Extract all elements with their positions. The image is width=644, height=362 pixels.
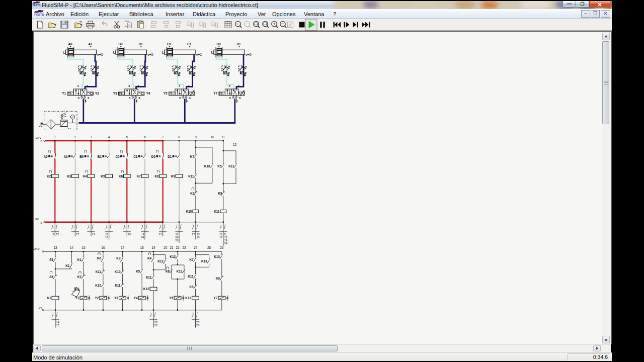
- svg-text:17: 17: [219, 236, 222, 239]
- svg-text:14: 14: [56, 321, 59, 324]
- svg-text:B1: B1: [138, 42, 143, 46]
- svg-text:K12: K12: [143, 287, 149, 291]
- svg-text:K3: K3: [116, 256, 121, 260]
- svg-text:Y2: Y2: [95, 296, 99, 300]
- svg-text:26: 26: [220, 246, 224, 249]
- svg-text:2: 2: [87, 84, 89, 87]
- svg-text:0: 0: [41, 221, 42, 224]
- svg-text:2: 2: [137, 84, 139, 87]
- svg-text:4: 4: [128, 84, 130, 87]
- svg-text:K8: K8: [154, 174, 159, 178]
- svg-text:Y5: Y5: [170, 296, 174, 300]
- svg-text:+24V: +24V: [33, 247, 40, 250]
- svg-text:9: 9: [142, 233, 144, 236]
- svg-text:K1: K1: [77, 258, 82, 261]
- svg-text:3: 3: [90, 135, 92, 139]
- svg-text:9: 9: [53, 233, 54, 236]
- svg-text:24: 24: [175, 236, 178, 239]
- svg-text:2: 2: [188, 84, 190, 87]
- svg-text:6: 6: [144, 135, 146, 139]
- svg-text:Y2: Y2: [95, 92, 99, 95]
- svg-text:K11: K11: [115, 284, 121, 287]
- svg-text:15: 15: [82, 246, 86, 249]
- svg-text:B0: B0: [118, 42, 123, 46]
- svg-text:K13: K13: [201, 259, 207, 263]
- svg-text:v: v: [97, 53, 99, 56]
- svg-text:Y4: Y4: [146, 92, 150, 95]
- svg-text:K10: K10: [115, 270, 121, 274]
- svg-text:24: 24: [224, 242, 227, 245]
- svg-text:K6: K6: [97, 256, 102, 260]
- svg-text:9: 9: [195, 135, 197, 139]
- svg-text:S2: S2: [49, 275, 53, 279]
- svg-text:13: 13: [53, 246, 57, 249]
- svg-text:K12: K12: [170, 255, 176, 258]
- svg-text:5: 5: [229, 96, 231, 100]
- svg-text:21: 21: [159, 233, 162, 236]
- svg-text:Y3: Y3: [114, 296, 118, 300]
- svg-text:15: 15: [56, 324, 59, 327]
- svg-text:7: 7: [162, 135, 164, 139]
- svg-text:4: 4: [77, 84, 79, 87]
- svg-text:24: 24: [141, 236, 144, 239]
- svg-text:3: 3: [239, 96, 241, 100]
- svg-text:K7: K7: [190, 155, 195, 158]
- svg-text:0V: 0V: [35, 218, 39, 221]
- svg-text:K5: K5: [101, 174, 105, 178]
- svg-text:K7: K7: [137, 174, 141, 178]
- svg-text:10: 10: [197, 233, 200, 236]
- svg-text:C0: C0: [167, 42, 172, 46]
- svg-text:18: 18: [105, 236, 108, 239]
- svg-text:K2: K2: [77, 275, 82, 279]
- svg-text:4: 4: [179, 84, 181, 87]
- svg-text:K11: K11: [96, 270, 102, 274]
- svg-text:3: 3: [189, 96, 191, 100]
- svg-text:5: 5: [179, 96, 181, 100]
- svg-text:2: 2: [238, 84, 240, 87]
- svg-text:19: 19: [151, 246, 155, 249]
- svg-text:14: 14: [70, 246, 74, 249]
- svg-text:v: v: [246, 53, 248, 56]
- svg-text:4: 4: [228, 84, 230, 87]
- svg-text:Y4: Y4: [134, 296, 138, 300]
- svg-text:17: 17: [192, 233, 195, 236]
- svg-text:1: 1: [54, 135, 56, 139]
- svg-text:25: 25: [196, 321, 199, 324]
- svg-text:5: 5: [126, 135, 128, 139]
- svg-text:K13: K13: [214, 255, 220, 258]
- svg-text:K5: K5: [217, 164, 222, 168]
- svg-text:K2: K2: [47, 174, 51, 178]
- svg-text:K10: K10: [204, 164, 210, 168]
- svg-text:13: 13: [224, 236, 227, 239]
- svg-text:23: 23: [182, 246, 186, 249]
- svg-text:K10: K10: [186, 210, 192, 213]
- svg-text:K3: K3: [67, 174, 71, 178]
- svg-text:26: 26: [175, 239, 178, 242]
- svg-text:20: 20: [164, 246, 168, 249]
- svg-text:K12: K12: [157, 259, 164, 263]
- svg-text:K11: K11: [188, 275, 194, 278]
- svg-text:D1: D1: [236, 42, 241, 46]
- svg-text:24: 24: [194, 246, 198, 249]
- svg-text:0V: 0V: [39, 306, 42, 309]
- svg-text:17: 17: [76, 233, 79, 236]
- svg-text:8: 8: [178, 135, 180, 139]
- svg-text:12: 12: [233, 143, 237, 146]
- svg-text:+24V: +24V: [34, 136, 41, 139]
- svg-text:18: 18: [140, 246, 144, 249]
- svg-text:2: 2: [74, 135, 76, 139]
- svg-text:S1: S1: [49, 258, 53, 261]
- svg-text:22: 22: [176, 246, 180, 249]
- svg-text:K11: K11: [177, 269, 183, 273]
- svg-text:K8: K8: [166, 269, 170, 273]
- svg-text:Y7: Y7: [213, 296, 217, 300]
- svg-text:16: 16: [219, 233, 222, 236]
- svg-text:B0: B0: [79, 155, 84, 158]
- svg-text:v: v: [196, 53, 198, 56]
- svg-text:19: 19: [92, 233, 95, 236]
- svg-text:Y1: Y1: [75, 296, 79, 300]
- svg-text:5: 5: [129, 96, 131, 100]
- svg-text:Y3: Y3: [113, 92, 117, 95]
- svg-text:9: 9: [224, 233, 225, 236]
- svg-text:B1: B1: [98, 155, 102, 158]
